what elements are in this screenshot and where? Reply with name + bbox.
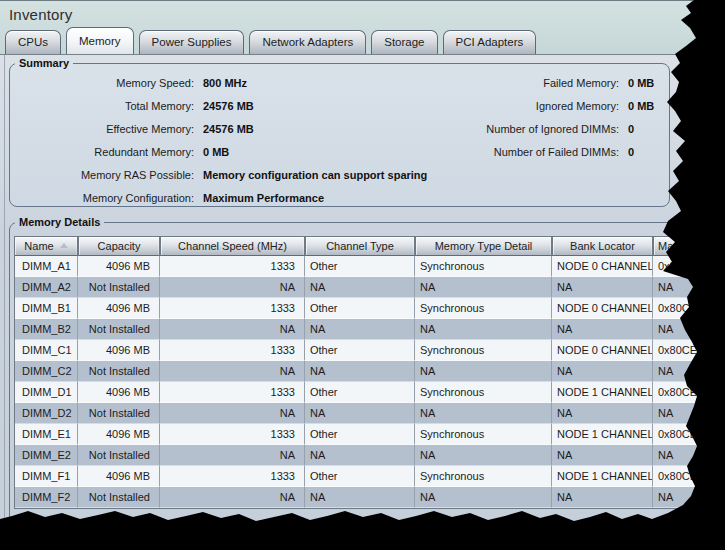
- cell: 4096 MB: [78, 256, 160, 277]
- cell: 0x80CE: [653, 382, 721, 403]
- cell: DIMM_A1: [15, 256, 78, 277]
- column-header-bank-locator[interactable]: Bank Locator: [552, 237, 653, 256]
- cell: 0x80CE: [653, 256, 721, 277]
- summary-field: Memory Speed: 800 MHz: [10, 76, 440, 90]
- summary-groupbox: Summary Memory Speed: 800 MHz Total Memo…: [9, 57, 670, 207]
- table-row[interactable]: DIMM_E2Not InstalledNANANANANA: [15, 445, 721, 466]
- cell: NA: [552, 361, 653, 382]
- table-row[interactable]: DIMM_D14096 MB1333OtherSynchronousNODE 1…: [15, 382, 721, 403]
- summary-field-label: Failed Memory:: [440, 76, 628, 90]
- table-row[interactable]: DIMM_C2Not InstalledNANANANANA: [15, 361, 721, 382]
- cell: DIMM_B1: [15, 298, 78, 319]
- panel-inset-line: [4, 55, 5, 550]
- summary-field: Memory RAS Possible: Memory configuratio…: [10, 168, 440, 182]
- tab-cpus[interactable]: CPUs: [5, 30, 61, 54]
- cell: NA: [653, 445, 721, 466]
- cell: 0x80CE: [653, 340, 721, 361]
- summary-field-label: Effective Memory:: [10, 122, 203, 136]
- table-row[interactable]: DIMM_F14096 MB1333OtherSynchronousNODE 1…: [15, 466, 721, 487]
- cell: 1333: [160, 256, 305, 277]
- cell: 0x80CE: [653, 424, 721, 445]
- cell: Synchronous: [415, 466, 552, 487]
- top-band: Inventory CPUsMemoryPower SuppliesNetwor…: [0, 0, 725, 55]
- cell: NA: [415, 277, 552, 298]
- column-header-channel-speed-mhz-[interactable]: Channel Speed (MHz): [160, 237, 305, 256]
- cell: Not Installed: [78, 361, 160, 382]
- cell: NODE 1 CHANNEL 0: [552, 382, 653, 403]
- table-row[interactable]: DIMM_D2Not InstalledNANANANANA: [15, 403, 721, 424]
- summary-field-value: 0: [628, 145, 634, 159]
- cell: Not Installed: [78, 487, 160, 508]
- cell: Other: [305, 382, 415, 403]
- summary-field-value: 0: [628, 122, 634, 136]
- cell: NA: [653, 361, 721, 382]
- summary-field-value: Memory configuration can support sparing: [203, 168, 427, 182]
- table-row[interactable]: DIMM_B2Not InstalledNANANANANA: [15, 319, 721, 340]
- cell: NA: [552, 277, 653, 298]
- cell: NA: [415, 319, 552, 340]
- sort-ascending-icon: [60, 243, 68, 248]
- tab-power-supplies[interactable]: Power Supplies: [139, 30, 245, 54]
- summary-field-label: Memory Speed:: [10, 76, 203, 90]
- column-header-name[interactable]: Name: [15, 237, 78, 256]
- summary-field-label: Number of Ignored DIMMs:: [440, 122, 628, 136]
- cell: NA: [415, 487, 552, 508]
- table-body: DIMM_A14096 MB1333OtherSynchronousNODE 0…: [15, 256, 721, 508]
- cell: NODE 0 CHANNEL 1: [552, 298, 653, 319]
- summary-field: Number of Ignored DIMMs: 0: [440, 122, 669, 136]
- summary-columns: Memory Speed: 800 MHz Total Memory: 2457…: [10, 69, 669, 214]
- cell: Synchronous: [415, 424, 552, 445]
- cell: Synchronous: [415, 298, 552, 319]
- column-header-channel-type[interactable]: Channel Type: [305, 237, 415, 256]
- cell: DIMM_C1: [15, 340, 78, 361]
- cell: NA: [160, 445, 305, 466]
- column-header-capacity[interactable]: Capacity: [78, 237, 160, 256]
- cell: 4096 MB: [78, 466, 160, 487]
- cell: Other: [305, 424, 415, 445]
- column-header-manufacturer[interactable]: Manufacturer: [653, 237, 721, 256]
- cell: NA: [653, 277, 721, 298]
- cell: NA: [415, 445, 552, 466]
- table-row[interactable]: DIMM_F2Not InstalledNANANANANA: [15, 487, 721, 508]
- table-row[interactable]: DIMM_C14096 MB1333OtherSynchronousNODE 0…: [15, 340, 721, 361]
- table-row[interactable]: DIMM_A2Not InstalledNANANANANA: [15, 277, 721, 298]
- cell: NODE 0 CHANNEL 2: [552, 340, 653, 361]
- tab-memory[interactable]: Memory: [66, 27, 134, 54]
- cell: NA: [552, 403, 653, 424]
- column-header-memory-type-detail[interactable]: Memory Type Detail: [415, 237, 552, 256]
- summary-field-value: 0 MB: [203, 145, 229, 159]
- table-header-row: NameCapacityChannel Speed (MHz)Channel T…: [15, 237, 721, 256]
- summary-field: Total Memory: 24576 MB: [10, 99, 440, 113]
- cell: NA: [305, 277, 415, 298]
- summary-field: Number of Failed DIMMs: 0: [440, 145, 669, 159]
- table-row[interactable]: DIMM_B14096 MB1333OtherSynchronousNODE 0…: [15, 298, 721, 319]
- table-row[interactable]: DIMM_A14096 MB1333OtherSynchronousNODE 0…: [15, 256, 721, 277]
- cell: NODE 1 CHANNEL 2: [552, 466, 653, 487]
- summary-left-column: Memory Speed: 800 MHz Total Memory: 2457…: [10, 76, 440, 214]
- cell: Synchronous: [415, 340, 552, 361]
- tab-network-adapters[interactable]: Network Adapters: [249, 30, 366, 54]
- summary-field-value: 800 MHz: [203, 76, 247, 90]
- table-row[interactable]: DIMM_E14096 MB1333OtherSynchronousNODE 1…: [15, 424, 721, 445]
- cell: DIMM_E1: [15, 424, 78, 445]
- cell: Synchronous: [415, 382, 552, 403]
- tab-pci-adapters[interactable]: PCI Adapters: [443, 30, 537, 54]
- cell: 1333: [160, 340, 305, 361]
- summary-field-label: Number of Failed DIMMs:: [440, 145, 628, 159]
- cell: NA: [415, 361, 552, 382]
- summary-title: Summary: [15, 57, 73, 69]
- tab-storage[interactable]: Storage: [371, 30, 437, 54]
- tab-bar: CPUsMemoryPower SuppliesNetwork Adapters…: [0, 28, 725, 55]
- cell: NODE 0 CHANNEL 0: [552, 256, 653, 277]
- cell: 4096 MB: [78, 340, 160, 361]
- cell: 1333: [160, 382, 305, 403]
- cell: Not Installed: [78, 277, 160, 298]
- memory-details-groupbox: Memory Details NameCapacityChannel Speed…: [9, 216, 723, 538]
- cell: Other: [305, 466, 415, 487]
- cell: 1333: [160, 466, 305, 487]
- cell: 0x80CE: [653, 466, 721, 487]
- memory-details-title: Memory Details: [15, 216, 104, 228]
- memory-details-table: NameCapacityChannel Speed (MHz)Channel T…: [14, 236, 722, 509]
- cell: NA: [160, 361, 305, 382]
- cell: NA: [160, 277, 305, 298]
